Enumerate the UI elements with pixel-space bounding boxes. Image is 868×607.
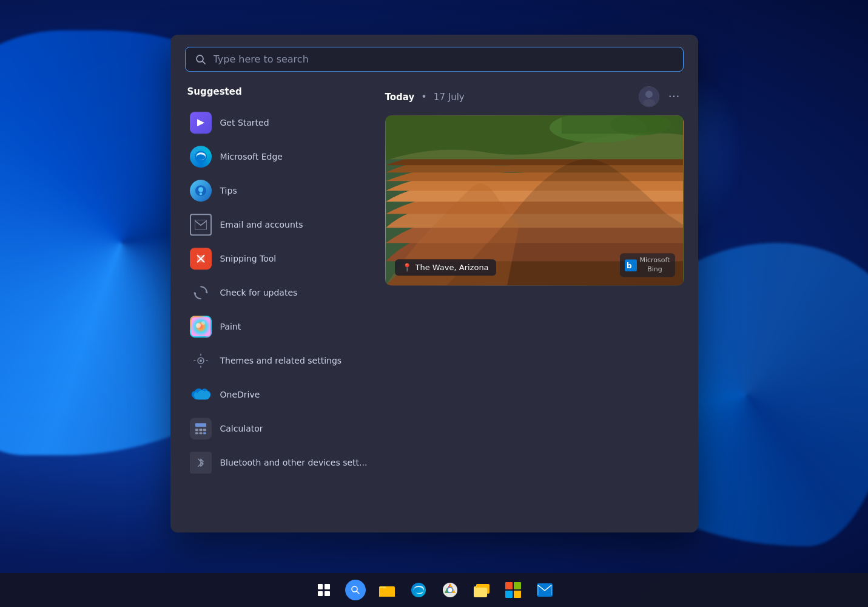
svg-point-16: [201, 321, 205, 325]
svg-rect-21: [195, 429, 198, 431]
suggestions-column: Suggested Get Started Microsoft Edge: [185, 86, 373, 480]
suggestion-label-snipping-tool: Snipping Tool: [220, 254, 277, 263]
location-text: The Wave, Arizona: [415, 263, 489, 272]
svg-rect-40: [379, 588, 395, 597]
suggestion-icon-microsoft-edge: [190, 146, 212, 168]
suggestion-icon-bluetooth: [190, 452, 212, 473]
today-label: Today: [385, 92, 415, 103]
suggestion-label-paint: Paint: [220, 322, 241, 331]
image-location-label: 📍 The Wave, Arizona: [395, 259, 496, 276]
svg-rect-24: [195, 432, 198, 434]
ms-store-icon: [505, 582, 521, 598]
svg-rect-51: [505, 591, 513, 598]
taskbar-edge-button[interactable]: [405, 576, 432, 604]
windows-start-icon: [318, 584, 330, 596]
svg-point-5: [198, 187, 203, 192]
svg-line-1: [202, 61, 205, 64]
taskbar-mail-button[interactable]: [531, 576, 559, 604]
svg-point-45: [448, 588, 452, 592]
tips-icon: [190, 180, 212, 202]
bing-badge: b MicrosoftBing: [620, 254, 675, 277]
svg-line-38: [357, 591, 359, 594]
avatar[interactable]: [639, 86, 659, 107]
bluetooth-devices-icon: [190, 452, 212, 473]
suggestion-item-calculator[interactable]: Calculator: [185, 412, 373, 446]
search-input[interactable]: [214, 53, 673, 65]
suggestion-item-paint[interactable]: Paint: [185, 310, 373, 344]
suggestion-icon-calculator: [190, 418, 212, 439]
svg-rect-20: [195, 423, 206, 427]
suggestion-icon-onedrive: [190, 384, 212, 405]
suggestion-icon-email-accounts: [190, 214, 212, 236]
svg-point-41: [411, 583, 426, 597]
suggestion-item-tips[interactable]: Tips: [185, 174, 373, 208]
suggestion-icon-check-updates: [190, 282, 212, 304]
suggestion-icon-themes: [190, 350, 212, 371]
edge-icon: [190, 146, 212, 168]
taskbar-files-button[interactable]: [468, 576, 496, 604]
taskbar-search-icon: [345, 580, 366, 600]
start-button[interactable]: [310, 576, 338, 604]
suggestion-item-check-updates[interactable]: Check for updates: [185, 276, 373, 310]
mail-icon: [537, 583, 553, 597]
suggestion-label-themes: Themes and related settings: [220, 356, 342, 365]
svg-rect-50: [514, 582, 521, 589]
suggestion-label-bluetooth: Bluetooth and other devices sett...: [220, 458, 368, 467]
taskbar-search-button[interactable]: [341, 576, 369, 604]
today-header: Today • 17 July ···: [385, 86, 684, 107]
today-dot: •: [421, 91, 426, 103]
snipping-tool-icon: [190, 248, 212, 270]
suggestion-icon-get-started: [190, 112, 212, 134]
search-panel: Suggested Get Started Microsoft Edge: [170, 35, 698, 532]
themes-icon: [190, 350, 212, 371]
calculator-icon: [190, 418, 212, 439]
search-bar[interactable]: [185, 47, 684, 72]
suggestion-item-email-accounts[interactable]: Email and accounts: [185, 208, 373, 242]
suggestion-icon-snipping-tool: [190, 248, 212, 270]
onedrive-icon: [190, 384, 212, 405]
suggestion-label-email-accounts: Email and accounts: [220, 220, 303, 229]
chrome-icon: [442, 582, 458, 598]
suggestion-label-onedrive: OneDrive: [220, 390, 260, 399]
suggestion-icon-paint: [190, 316, 212, 337]
news-image-card[interactable]: 📍 The Wave, Arizona b MicrosoftBing: [385, 115, 684, 285]
suggestion-item-snipping-tool[interactable]: Snipping Tool: [185, 242, 373, 276]
edge-icon: [411, 582, 426, 598]
taskbar-chrome-button[interactable]: [436, 576, 464, 604]
svg-rect-53: [537, 583, 553, 597]
content-area: Suggested Get Started Microsoft Edge: [185, 86, 684, 480]
suggestion-item-themes[interactable]: Themes and related settings: [185, 344, 373, 378]
location-pin-icon: 📍: [402, 263, 412, 272]
suggestion-item-onedrive[interactable]: OneDrive: [185, 378, 373, 412]
svg-rect-23: [203, 429, 206, 431]
svg-point-18: [200, 359, 202, 362]
suggestion-label-calculator: Calculator: [220, 424, 263, 433]
svg-rect-22: [199, 429, 202, 431]
more-options-button[interactable]: ···: [664, 88, 683, 105]
svg-rect-52: [514, 591, 521, 598]
suggestion-label-tips: Tips: [220, 186, 237, 195]
svg-rect-7: [195, 220, 207, 229]
svg-rect-14: [191, 317, 210, 336]
taskbar: [0, 573, 868, 607]
suggestions-list: Get Started Microsoft Edge: [185, 106, 373, 480]
suggestion-item-microsoft-edge[interactable]: Microsoft Edge: [185, 140, 373, 174]
taskbar-store-button[interactable]: [499, 576, 527, 604]
today-controls: ···: [639, 86, 683, 107]
suggestion-label-get-started: Get Started: [220, 118, 269, 127]
suggestion-label-microsoft-edge: Microsoft Edge: [220, 152, 283, 161]
get-started-icon: [190, 112, 212, 134]
svg-rect-6: [200, 192, 202, 195]
taskbar-file-explorer-button[interactable]: [373, 576, 401, 604]
files-icon: [474, 583, 490, 597]
svg-rect-48: [474, 588, 487, 597]
bing-logo-icon: b: [625, 259, 637, 271]
email-icon: [190, 214, 212, 236]
right-panel: Today • 17 July ···: [385, 86, 684, 480]
svg-point-29: [645, 90, 653, 98]
suggestion-item-get-started[interactable]: Get Started: [185, 106, 373, 140]
bing-label: MicrosoftBing: [639, 257, 670, 274]
suggestion-label-check-updates: Check for updates: [220, 288, 298, 297]
svg-rect-25: [199, 432, 202, 434]
suggestion-item-bluetooth[interactable]: Bluetooth and other devices sett...: [185, 446, 373, 480]
